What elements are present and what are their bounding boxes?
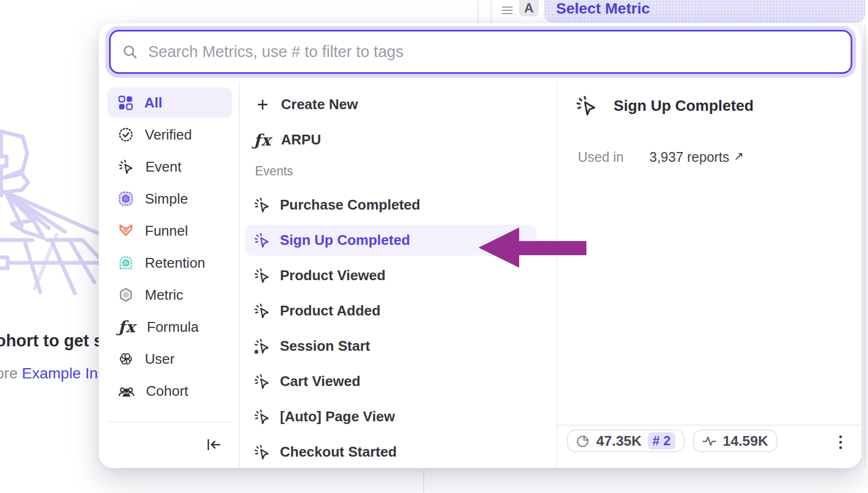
annotation-arrow — [472, 220, 591, 274]
external-link-icon: ↗ — [733, 149, 743, 165]
list-item-product-added[interactable]: Product Added — [245, 295, 537, 326]
sidebar-item-label: Simple — [145, 191, 188, 207]
list-item-label: Checkout Started — [280, 444, 397, 460]
sidebar-item-formula[interactable]: ƒx Formula — [107, 312, 232, 342]
sidebar-item-label: Retention — [145, 255, 205, 271]
user-icon — [118, 351, 133, 366]
sidebar-item-label: User — [145, 351, 175, 368]
total-count-chip[interactable]: 47.35K # 2 — [567, 429, 685, 452]
more-options-button[interactable] — [831, 433, 850, 451]
list-item-auto-page-view[interactable]: [Auto] Page View — [245, 401, 537, 432]
create-new-label: Create New — [281, 96, 358, 113]
formula-icon: ƒx — [118, 318, 136, 336]
verified-icon — [118, 127, 133, 142]
activity-count-chip[interactable]: 14.59K — [693, 429, 777, 452]
event-icon — [254, 444, 270, 460]
create-new-button[interactable]: + Create New — [245, 89, 537, 120]
sidebar-item-cohort[interactable]: Cohort — [107, 376, 232, 406]
sidebar-item-label: Formula — [147, 319, 199, 336]
used-in-reports-link[interactable]: 3,937 reports — [649, 149, 729, 165]
search-field[interactable] — [109, 30, 852, 74]
event-icon — [254, 409, 270, 425]
metric-letter-badge: A — [519, 0, 539, 16]
event-icon — [254, 374, 270, 390]
event-icon — [576, 95, 597, 117]
chip-value: 14.59K — [723, 433, 768, 450]
bg-subtext-prefix: ore — [0, 365, 22, 382]
bg-panel-divider — [477, 0, 478, 23]
grid-icon — [118, 96, 133, 110]
sidebar-item-metric[interactable]: Metric — [107, 280, 232, 310]
sidebar-divider — [107, 421, 231, 422]
select-metric-row[interactable]: Select Metric — [544, 0, 865, 23]
list-item-label: Product Viewed — [280, 267, 386, 284]
list-item-cart-viewed[interactable]: Cart Viewed — [245, 366, 537, 397]
event-icon — [254, 232, 270, 249]
bg-panel-divider — [423, 470, 424, 493]
sidebar-item-label: Verified — [145, 127, 192, 143]
sidebar-item-verified[interactable]: Verified — [107, 119, 232, 150]
sidebar-item-label: Event — [145, 159, 182, 175]
pulse-icon — [702, 434, 717, 448]
used-in-label: Used in — [578, 149, 649, 165]
sidebar-item-label: Metric — [145, 287, 183, 304]
sidebar-item-retention[interactable]: Retention — [107, 248, 232, 278]
detail-footer: 47.35K # 2 14.59K — [557, 425, 861, 468]
select-metric-label: Select Metric — [556, 1, 650, 17]
list-item-label: Session Start — [280, 338, 370, 355]
simple-icon — [118, 191, 133, 206]
search-input[interactable] — [148, 43, 839, 61]
metric-icon — [118, 287, 133, 302]
list-item-label: Purchase Completed — [280, 197, 420, 213]
collapse-sidebar-button[interactable] — [202, 434, 226, 456]
collapse-left-icon — [206, 437, 222, 452]
used-in-row: Used in 3,937 reports ↗ — [569, 149, 850, 165]
sidebar-item-label: All — [144, 94, 162, 111]
retention-icon — [118, 255, 133, 270]
sidebar-item-simple[interactable]: Simple — [107, 184, 232, 214]
list-item-checkout-started[interactable]: Checkout Started — [245, 437, 537, 467]
list-item-label: Cart Viewed — [280, 373, 360, 390]
example-insights-link[interactable]: Example Ins — [22, 365, 105, 382]
rank-badge: # 2 — [648, 432, 675, 450]
list-item-purchase-completed[interactable]: Purchase Completed — [245, 189, 537, 220]
wireframe-illustration — [0, 119, 102, 304]
metric-detail-panel: Sign Up Completed Used in 3,937 reports … — [557, 82, 861, 468]
event-icon — [254, 268, 270, 284]
event-star-icon — [254, 338, 270, 355]
bg-page-edge — [864, 25, 865, 468]
sidebar-item-user[interactable]: User — [107, 344, 232, 374]
sidebar-item-funnel[interactable]: Funnel — [107, 216, 232, 246]
list-item-arpu[interactable]: ƒx ARPU — [245, 124, 537, 155]
sidebar-item-label: Funnel — [145, 223, 188, 239]
list-item-label: [Auto] Page View — [280, 408, 395, 425]
metric-list: + Create New ƒx ARPU Events Purchase Com… — [240, 82, 557, 468]
drag-handle-icon[interactable] — [502, 4, 513, 16]
pie-chart-icon — [576, 434, 590, 448]
event-icon — [254, 197, 270, 213]
metric-slot-row: A Select Metric — [502, 0, 865, 23]
event-icon — [254, 303, 270, 319]
metric-type-sidebar: All Verified Event — [99, 82, 240, 468]
events-section-label: Events — [255, 164, 537, 179]
plus-icon: + — [254, 97, 271, 113]
detail-title: Sign Up Completed — [614, 97, 754, 115]
list-item-label: ARPU — [281, 131, 321, 148]
page-background: A Select Metric ohort to get s ore Examp… — [0, 0, 868, 493]
funnel-icon — [118, 223, 133, 238]
chip-value: 47.35K — [596, 433, 642, 450]
search-focus-ring — [105, 26, 856, 78]
search-icon — [123, 45, 137, 59]
event-icon — [118, 159, 134, 175]
list-item-label: Product Added — [280, 302, 380, 319]
bg-panel-divider — [490, 0, 492, 23]
sidebar-item-label: Cohort — [146, 383, 188, 400]
list-item-label: Sign Up Completed — [280, 232, 410, 249]
cohort-icon — [118, 383, 135, 399]
list-item-session-start[interactable]: Session Start — [245, 331, 537, 362]
sidebar-item-event[interactable]: Event — [107, 151, 232, 182]
formula-icon: ƒx — [254, 131, 271, 149]
sidebar-item-all[interactable]: All — [107, 87, 232, 118]
